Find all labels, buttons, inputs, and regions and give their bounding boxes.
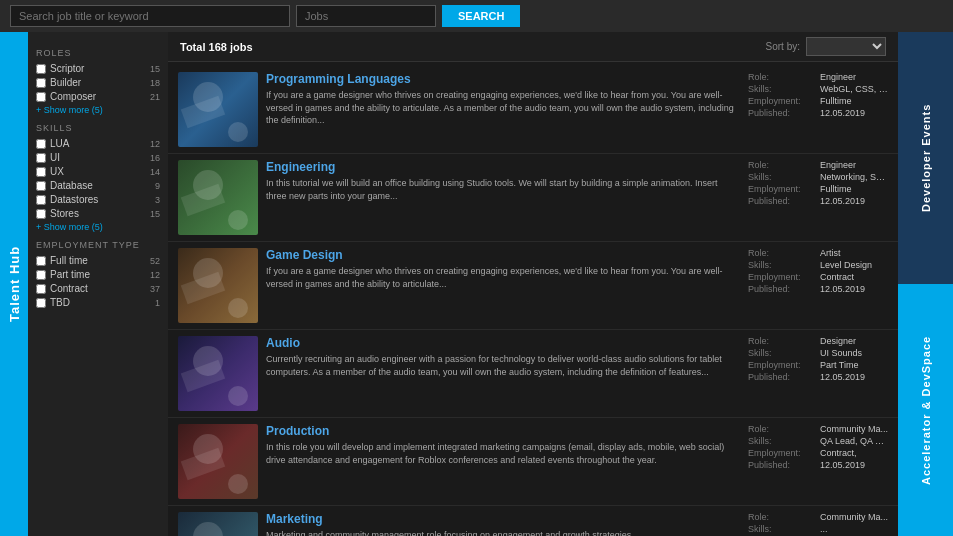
job-title[interactable]: Marketing — [266, 512, 740, 526]
job-title[interactable]: Engineering — [266, 160, 740, 174]
filter-fulltime-count: 52 — [150, 256, 160, 266]
filter-tbd-count: 1 — [155, 298, 160, 308]
accelerator-devspace-sidebar[interactable]: Accelerator & DevSpace — [898, 284, 953, 536]
filter-datastores[interactable]: Datastores 3 — [36, 194, 160, 205]
filter-tbd[interactable]: TBD 1 — [36, 297, 160, 308]
job-title[interactable]: Production — [266, 424, 740, 438]
meta-employment-row: Employment: Fulltime — [748, 184, 888, 194]
meta-role-row: Role: Artist — [748, 248, 888, 258]
filter-database-count: 9 — [155, 181, 160, 191]
meta-role-row: Role: Community Ma... — [748, 512, 888, 522]
job-title[interactable]: Audio — [266, 336, 740, 350]
filter-composer-checkbox[interactable] — [36, 92, 46, 102]
thumb-decoration — [228, 386, 248, 406]
meta-published-val: 12.05.2019 — [820, 284, 865, 294]
skills-section-title: SKILLS — [36, 123, 160, 133]
meta-role-val: Artist — [820, 248, 841, 258]
filter-contract[interactable]: Contract 37 — [36, 283, 160, 294]
filter-datastores-checkbox[interactable] — [36, 195, 46, 205]
meta-role-row: Role: Community Ma... — [748, 424, 888, 434]
filter-stores[interactable]: Stores 15 — [36, 208, 160, 219]
filter-scriptor[interactable]: Scriptor 15 — [36, 63, 160, 74]
roles-show-more[interactable]: + Show more (5) — [36, 105, 160, 115]
job-thumbnail — [178, 248, 258, 323]
job-description: In this role you will develop and implem… — [266, 441, 740, 466]
meta-role-key: Role: — [748, 160, 816, 170]
meta-role-row: Role: Designer — [748, 336, 888, 346]
total-label: Total — [180, 41, 205, 53]
job-thumbnail — [178, 512, 258, 536]
meta-skills-key: Skills: — [748, 348, 816, 358]
meta-published-key: Published: — [748, 372, 816, 382]
jobs-total: Total 168 jobs — [180, 41, 253, 53]
meta-published-row: Published: 12.05.2019 — [748, 108, 888, 118]
filter-ui-count: 16 — [150, 153, 160, 163]
job-content: Engineering In this tutorial we will bui… — [266, 160, 740, 235]
job-title[interactable]: Programming Languages — [266, 72, 740, 86]
job-card: Programming Languages If you are a game … — [168, 66, 898, 154]
search-job-input[interactable] — [10, 5, 290, 27]
job-description: Marketing and community management role … — [266, 529, 740, 536]
job-card: Production In this role you will develop… — [168, 418, 898, 506]
filter-builder[interactable]: Builder 18 — [36, 77, 160, 88]
meta-role-key: Role: — [748, 512, 816, 522]
filter-scriptor-checkbox[interactable] — [36, 64, 46, 74]
meta-employment-val: Fulltime — [820, 184, 852, 194]
job-description: If you are a game designer who thrives o… — [266, 89, 740, 127]
filter-composer[interactable]: Composer 21 — [36, 91, 160, 102]
job-thumbnail — [178, 160, 258, 235]
meta-role-val: Engineer — [820, 72, 856, 82]
filter-lua[interactable]: LUA 12 — [36, 138, 160, 149]
job-title[interactable]: Game Design — [266, 248, 740, 262]
filter-ux[interactable]: UX 14 — [36, 166, 160, 177]
meta-skills-key: Skills: — [748, 172, 816, 182]
job-thumbnail — [178, 72, 258, 147]
meta-role-val: Community Ma... — [820, 512, 888, 522]
filter-composer-label: Composer — [50, 91, 146, 102]
meta-skills-row: Skills: UI Sounds — [748, 348, 888, 358]
filter-contract-checkbox[interactable] — [36, 284, 46, 294]
meta-published-key: Published: — [748, 108, 816, 118]
thumb-content — [178, 424, 258, 499]
meta-skills-key: Skills: — [748, 84, 816, 94]
filter-ux-checkbox[interactable] — [36, 167, 46, 177]
job-meta: Role: Designer Skills: UI Sounds Employm… — [748, 336, 888, 411]
filter-scriptor-label: Scriptor — [50, 63, 146, 74]
filter-database-checkbox[interactable] — [36, 181, 46, 191]
filter-parttime[interactable]: Part time 12 — [36, 269, 160, 280]
filter-ui-label: UI — [50, 152, 146, 163]
main-layout: Talent Hub ROLES Scriptor 15 Builder 18 … — [0, 32, 953, 536]
filter-fulltime-label: Full time — [50, 255, 146, 266]
filter-lua-checkbox[interactable] — [36, 139, 46, 149]
jobs-header: Total 168 jobs Sort by: — [168, 32, 898, 62]
thumb-decoration — [228, 298, 248, 318]
filter-ui[interactable]: UI 16 — [36, 152, 160, 163]
filter-database[interactable]: Database 9 — [36, 180, 160, 191]
skills-show-more[interactable]: + Show more (5) — [36, 222, 160, 232]
sort-select[interactable] — [806, 37, 886, 56]
filter-stores-checkbox[interactable] — [36, 209, 46, 219]
filter-fulltime[interactable]: Full time 52 — [36, 255, 160, 266]
filter-composer-count: 21 — [150, 92, 160, 102]
filter-stores-label: Stores — [50, 208, 146, 219]
developer-events-sidebar[interactable]: Developer Events — [898, 32, 953, 284]
meta-skills-val: ... — [820, 524, 828, 534]
meta-role-row: Role: Engineer — [748, 160, 888, 170]
meta-employment-key: Employment: — [748, 272, 816, 282]
filter-ui-checkbox[interactable] — [36, 153, 46, 163]
meta-skills-row: Skills: Networking, Sec... — [748, 172, 888, 182]
filter-tbd-checkbox[interactable] — [36, 298, 46, 308]
filter-fulltime-checkbox[interactable] — [36, 256, 46, 266]
jobs-area: Total 168 jobs Sort by: Programming Lang… — [168, 32, 898, 536]
job-content: Programming Languages If you are a game … — [266, 72, 740, 147]
filter-scriptor-count: 15 — [150, 64, 160, 74]
search-button[interactable]: SEARCH — [442, 5, 520, 27]
filter-builder-checkbox[interactable] — [36, 78, 46, 88]
meta-employment-key: Employment: — [748, 96, 816, 106]
roles-section-title: ROLES — [36, 48, 160, 58]
meta-skills-row: Skills: WebGL, CSS, HT... — [748, 84, 888, 94]
search-location-input[interactable] — [296, 5, 436, 27]
job-card: Audio Currently recruiting an audio engi… — [168, 330, 898, 418]
filter-parttime-checkbox[interactable] — [36, 270, 46, 280]
meta-employment-row: Employment: Contract, — [748, 448, 888, 458]
